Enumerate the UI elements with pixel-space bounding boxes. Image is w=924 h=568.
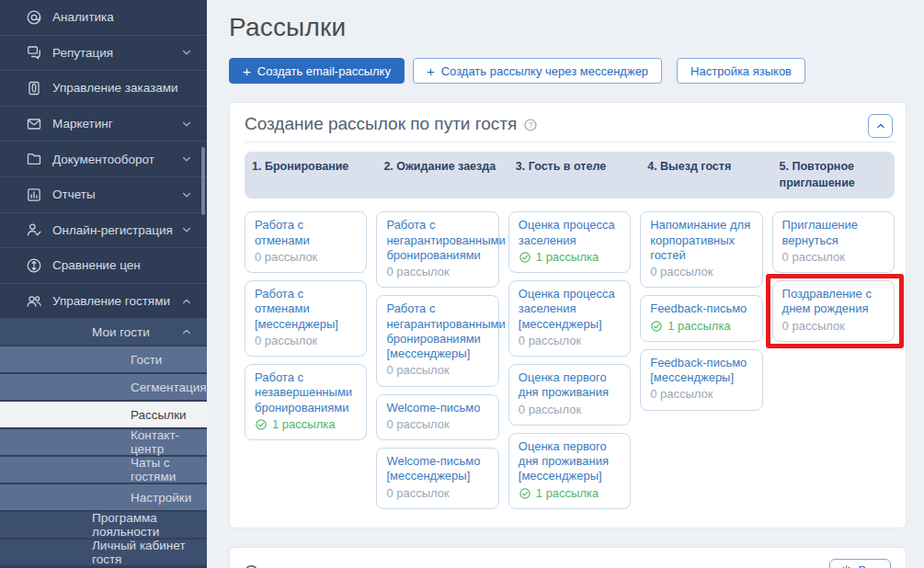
campaign-status: 0 рассылок: [255, 334, 357, 348]
view-button-label: Вид: [858, 563, 880, 568]
campaign-status: 0 рассылок: [519, 403, 621, 417]
created-section-title: Созданные рассылки: [245, 562, 417, 568]
campaign-card[interactable]: Приглашение вернуться0 рассылок: [772, 211, 895, 273]
sidebar-item-document-flow[interactable]: Документооборот: [0, 142, 207, 177]
campaign-title: Оценка первого дня проживания: [519, 370, 621, 401]
chevron-down-icon: [180, 46, 193, 59]
sidebar-scrollbar[interactable]: [201, 147, 205, 215]
campaign-title: Welcome-письмо [мессенджеры]: [386, 454, 488, 484]
stage-label: 4. Выезд гостя: [640, 158, 762, 191]
sidebar-item-reports[interactable]: Отчеты: [0, 177, 207, 213]
campaign-status: 0 рассылок: [386, 363, 488, 378]
chevron-up-icon: [874, 119, 887, 132]
campaign-card[interactable]: Оценка первого дня проживания [мессендже…: [508, 433, 631, 509]
sidebar-item-reputation[interactable]: Репутация: [0, 36, 207, 72]
sidebar-item-guest-chats[interactable]: Чаты с гостями: [0, 457, 207, 484]
sidebar-item-label: Настройки: [131, 491, 191, 505]
campaign-card-wrap: Работа с незавершенными бронированиями1 …: [245, 364, 367, 440]
campaign-card-wrap: Работа с отменами0 рассылок: [245, 211, 367, 273]
create-messenger-campaign-button[interactable]: +Создать рассылку через мессенджер: [413, 58, 662, 84]
sidebar-item-label: Документооборот: [52, 153, 154, 166]
marketing-icon: [26, 116, 42, 132]
check-circle-icon: [519, 487, 531, 500]
campaign-card[interactable]: Оценка процесса заселения1 рассылка: [508, 211, 631, 273]
gear-icon: [840, 564, 852, 568]
sidebar-item-mailings[interactable]: Рассылки: [0, 402, 207, 429]
sidebar-item-contact-center[interactable]: Контакт-центр: [0, 429, 207, 457]
folder-icon: [26, 151, 42, 167]
sidebar-item-guest-account[interactable]: Личный кабинет гостя: [0, 540, 207, 567]
collapse-section-button[interactable]: [868, 114, 893, 138]
campaign-card[interactable]: Работа с негарантированными бронирования…: [376, 211, 498, 288]
sidebar-item-label: Управление гостями: [52, 294, 170, 308]
button-label: Создать рассылку через мессенджер: [441, 64, 648, 78]
sidebar-item-label: Контакт-центр: [131, 428, 207, 456]
campaign-card[interactable]: Поздравление с днем рождения0 рассылок: [772, 280, 895, 342]
campaign-status: 1 рассылка: [255, 417, 357, 432]
analytics-icon: [26, 9, 42, 26]
campaign-card-wrap: Работа с негарантированными бронирования…: [376, 211, 498, 288]
help-icon[interactable]: ?: [523, 118, 538, 132]
guest-path-board: Работа с отменами0 рассылокРабота с отме…: [245, 211, 895, 517]
campaign-status: 0 рассылок: [386, 265, 488, 279]
sidebar-item-guest-management[interactable]: Управление гостями: [0, 284, 207, 320]
sidebar-item-order-management[interactable]: Управление заказами: [0, 71, 207, 107]
sidebar-item-segmentation[interactable]: Сегментация: [0, 374, 207, 402]
campaign-status: 0 рассылок: [255, 250, 357, 265]
campaign-card[interactable]: Feedback-письмо1 рассылка: [640, 295, 762, 342]
campaign-title: Оценка процесса заселения [мессенджеры]: [519, 287, 621, 332]
campaign-card[interactable]: Работа с отменами0 рассылок: [245, 211, 367, 273]
orders-icon: [26, 80, 42, 97]
sidebar-item-online-registration[interactable]: Онлайн-регистрация: [0, 213, 207, 249]
campaign-card-wrap: Оценка процесса заселения [мессенджеры]0…: [508, 280, 631, 357]
sidebar-item-marketing[interactable]: Маркетинг: [0, 107, 207, 142]
sidebar-item-settings[interactable]: Настройки: [0, 484, 207, 512]
campaign-title: Feedback-письмо: [650, 301, 752, 316]
sidebar-item-price-comparison[interactable]: Сравнение цен: [0, 248, 207, 284]
sidebar-item-label: Управление заказами: [52, 81, 178, 95]
chevron-down-icon: [180, 223, 193, 236]
sidebar-item-label: Маркетинг: [52, 117, 113, 131]
create-email-campaign-button[interactable]: +Создать email-рассылку: [229, 58, 405, 84]
stage-label: 3. Гость в отеле: [508, 158, 631, 191]
compare-icon: [26, 257, 42, 274]
sidebar-item-loyalty-program[interactable]: Программа лояльности: [0, 512, 207, 540]
campaign-title: Работа с отменами: [255, 218, 357, 248]
chevron-down-icon: [180, 188, 193, 201]
campaign-status: 0 рассылок: [386, 486, 488, 501]
sidebar-item-label: Сравнение цен: [52, 258, 141, 272]
guest-path-header: Создание рассылок по пути гостя ?: [245, 114, 895, 134]
campaign-card[interactable]: Работа с незавершенными бронированиями1 …: [245, 364, 367, 440]
campaign-card[interactable]: Welcome-письмо0 рассылок: [376, 394, 498, 441]
language-settings-button[interactable]: Настройка языков: [677, 58, 805, 84]
button-label: Настройка языков: [690, 64, 792, 78]
sidebar-item-guests[interactable]: Гости: [0, 346, 207, 374]
section-divider: [245, 142, 895, 142]
action-buttons: +Создать email-рассылку+Создать рассылку…: [229, 58, 907, 84]
stage-column-2: Работа с негарантированными бронирования…: [376, 211, 498, 517]
stage-label: 1. Бронирование: [245, 158, 367, 191]
view-settings-button[interactable]: Вид: [829, 559, 891, 568]
check-circle-icon: [519, 251, 531, 264]
campaign-status: 1 рассылка: [650, 319, 752, 334]
campaign-status: 0 рассылок: [650, 387, 752, 402]
campaign-status: 1 рассылка: [519, 250, 621, 265]
campaign-card[interactable]: Оценка процесса заселения [мессенджеры]0…: [508, 280, 631, 357]
campaign-card[interactable]: Feedback-письмо [мессенджеры]0 рассылок: [640, 349, 762, 411]
sidebar-item-my-guests[interactable]: Мои гости: [0, 319, 207, 346]
page-title: Рассылки: [229, 13, 907, 42]
reputation-icon: [26, 44, 42, 61]
campaign-card-wrap: Feedback-письмо1 рассылка: [640, 295, 762, 342]
campaign-card[interactable]: Welcome-письмо [мессенджеры]0 рассылок: [376, 448, 498, 509]
sidebar-item-label: Аналитика: [52, 10, 114, 24]
campaign-card[interactable]: Напоминание для корпоративных гостей0 ра…: [640, 211, 762, 288]
sidebar-item-label: Гости: [131, 353, 162, 367]
campaign-title: Работа с незавершенными бронированиями: [255, 370, 357, 415]
stage-label: 5. Повторное приглашение: [772, 158, 895, 191]
sidebar-item-analytics[interactable]: Аналитика: [0, 0, 207, 36]
campaign-card[interactable]: Оценка первого дня проживания0 рассылок: [508, 364, 631, 426]
guest-path-section: Создание рассылок по пути гостя ? 1. Бро…: [229, 102, 907, 528]
campaign-card[interactable]: Работа с отменами [мессенджеры]0 рассыло…: [245, 280, 367, 357]
campaign-card[interactable]: Работа с негарантированными бронирования…: [376, 295, 498, 386]
campaign-title: Feedback-письмо [мессенджеры]: [650, 356, 752, 386]
